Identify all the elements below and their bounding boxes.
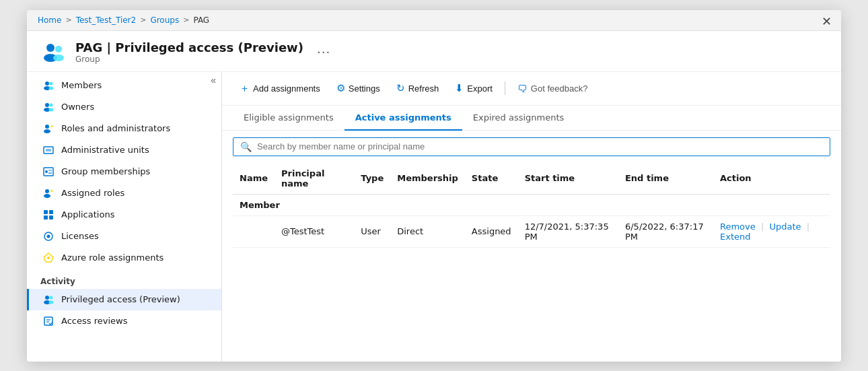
col-end-time: End time <box>618 163 713 195</box>
svg-point-12 <box>45 125 49 129</box>
remove-action[interactable]: Remove <box>720 222 756 232</box>
page-title: PAG | Privileged access (Preview) <box>75 40 303 55</box>
svg-point-8 <box>45 103 49 107</box>
sidebar-item-licenses[interactable]: Licenses <box>27 226 221 247</box>
table-container: Name Principal name Type Membership Stat… <box>222 163 841 248</box>
sidebar-label-group-memberships: Group memberships <box>61 166 150 176</box>
svg-rect-15 <box>46 149 51 151</box>
svg-point-20 <box>45 189 49 193</box>
tab-eligible[interactable]: Eligible assignments <box>233 106 345 131</box>
search-input[interactable] <box>257 141 823 151</box>
breadcrumb-current: PAG <box>193 15 209 25</box>
sidebar-item-azure-role-assignments[interactable]: Azure role assignments <box>27 247 221 269</box>
layout: « Members Owners Roles and administrator… <box>27 72 841 362</box>
sidebar-item-privileged-access[interactable]: Privileged access (Preview) <box>27 289 221 310</box>
cell-start-time: 12/7/2021, 5:37:35 PM <box>518 215 618 247</box>
sidebar: « Members Owners Roles and administrator… <box>27 72 222 362</box>
svg-point-4 <box>45 81 49 86</box>
sidebar-item-owners[interactable]: Owners <box>27 96 221 118</box>
cell-end-time: 6/5/2022, 6:37:17 PM <box>618 215 713 247</box>
page-header: PAG | Privileged access (Preview) Group … <box>27 31 841 72</box>
svg-rect-25 <box>49 215 53 220</box>
cell-name <box>233 215 275 247</box>
member-group-label: Member <box>233 194 830 215</box>
svg-point-30 <box>45 296 49 300</box>
header-text: PAG | Privileged access (Preview) Group <box>75 40 303 64</box>
sidebar-label-privileged-access: Privileged access (Preview) <box>61 294 180 304</box>
svg-rect-24 <box>44 215 48 220</box>
azure-role-icon <box>42 252 55 264</box>
members-icon <box>42 79 55 92</box>
col-state: State <box>465 163 518 195</box>
export-button[interactable]: ⬇ Export <box>448 79 499 98</box>
action-sep-2: | <box>807 222 809 232</box>
col-start-time: Start time <box>518 163 618 195</box>
cell-principal-name: @TestTest <box>275 215 354 247</box>
add-assignments-button[interactable]: ＋ Add assignments <box>233 79 327 98</box>
feedback-button[interactable]: 🗨 Got feedback? <box>511 79 595 98</box>
col-action: Action <box>713 163 830 195</box>
sidebar-collapse-button[interactable]: « <box>211 75 216 86</box>
sidebar-label-admin-units: Administrative units <box>61 145 149 155</box>
svg-point-3 <box>53 55 64 61</box>
sidebar-item-assigned-roles[interactable]: Assigned roles <box>27 182 221 204</box>
settings-button[interactable]: ⚙ Settings <box>330 79 387 98</box>
svg-point-21 <box>44 194 50 198</box>
refresh-button[interactable]: ↻ Refresh <box>390 79 446 98</box>
svg-point-0 <box>46 44 55 52</box>
owners-icon <box>42 101 55 113</box>
svg-point-10 <box>50 103 53 106</box>
cell-type: User <box>354 215 390 247</box>
assigned-roles-icon <box>42 187 55 199</box>
sidebar-item-applications[interactable]: Applications <box>27 204 221 226</box>
col-type: Type <box>354 163 390 195</box>
main-content: ＋ Add assignments ⚙ Settings ↻ Refresh ⬇… <box>222 72 841 362</box>
add-icon: ＋ <box>240 82 250 95</box>
svg-point-32 <box>50 296 53 299</box>
svg-point-2 <box>55 46 62 53</box>
svg-point-6 <box>50 81 53 85</box>
search-icon: 🔍 <box>240 141 252 152</box>
sidebar-label-licenses: Licenses <box>61 231 99 241</box>
roles-admin-icon <box>42 123 55 135</box>
svg-point-29 <box>47 257 50 259</box>
refresh-icon: ↻ <box>396 82 405 94</box>
toolbar-separator <box>505 81 505 95</box>
settings-icon: ⚙ <box>336 82 345 94</box>
svg-point-7 <box>49 86 54 90</box>
breadcrumb-groups[interactable]: Groups <box>150 15 179 25</box>
sidebar-item-members[interactable]: Members <box>27 75 221 96</box>
update-action[interactable]: Update <box>769 222 801 232</box>
table-row: @TestTest User Direct Assigned 12/7/2021… <box>233 215 830 247</box>
admin-units-icon <box>42 144 55 156</box>
breadcrumb-home[interactable]: Home <box>38 15 61 25</box>
close-button[interactable]: ✕ <box>822 15 832 28</box>
page-subtitle: Group <box>75 55 303 64</box>
svg-rect-23 <box>49 210 53 214</box>
sidebar-item-group-memberships[interactable]: Group memberships <box>27 161 221 182</box>
assignments-table: Name Principal name Type Membership Stat… <box>233 163 830 248</box>
col-membership: Membership <box>390 163 465 195</box>
extend-action[interactable]: Extend <box>720 232 751 242</box>
svg-rect-22 <box>44 210 48 214</box>
breadcrumb-sep-1: > <box>65 15 71 24</box>
sidebar-label-owners: Owners <box>61 102 94 112</box>
add-assignments-label: Add assignments <box>253 83 320 94</box>
sidebar-item-access-reviews[interactable]: Access reviews <box>27 310 221 332</box>
sidebar-item-administrative-units[interactable]: Administrative units <box>27 139 221 161</box>
sidebar-label-assigned-roles: Assigned roles <box>61 188 124 198</box>
feedback-icon: 🗨 <box>517 83 528 94</box>
sidebar-label-access-reviews: Access reviews <box>61 316 127 326</box>
breadcrumb: Home > Test_Test_Tier2 > Groups > PAG ✕ <box>27 10 841 31</box>
tab-expired[interactable]: Expired assignments <box>462 106 575 131</box>
main-window: Home > Test_Test_Tier2 > Groups > PAG ✕ … <box>27 10 841 362</box>
breadcrumb-tier2[interactable]: Test_Test_Tier2 <box>76 15 137 25</box>
refresh-label: Refresh <box>408 83 439 94</box>
export-label: Export <box>467 83 493 94</box>
sidebar-item-roles-administrators[interactable]: Roles and administrators <box>27 118 221 139</box>
sidebar-label-applications: Applications <box>61 209 114 220</box>
group-memberships-icon <box>42 166 55 178</box>
tab-active[interactable]: Active assignments <box>345 106 462 131</box>
svg-point-17 <box>45 170 48 173</box>
header-ellipsis-button[interactable]: ··· <box>317 45 330 59</box>
